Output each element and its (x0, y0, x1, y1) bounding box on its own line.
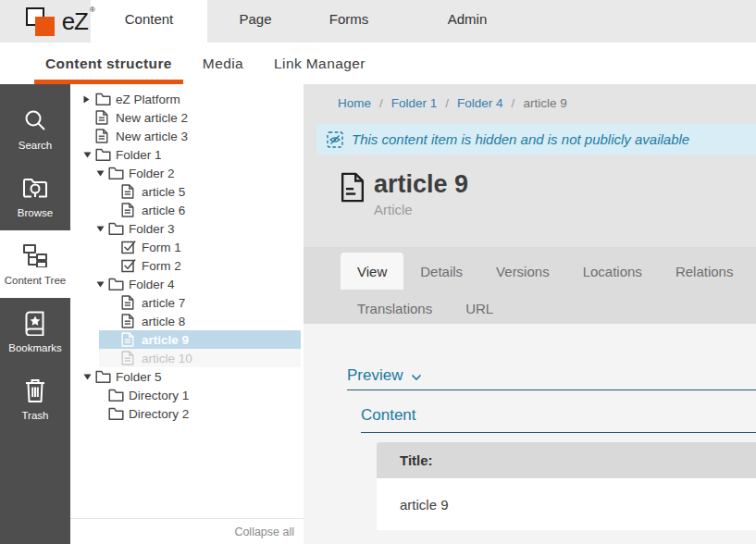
ez-logo[interactable]: eZ® (0, 0, 91, 43)
content-tab-translations[interactable]: Translations (341, 290, 449, 327)
tree-item-folder-1[interactable]: Folder 1 (70, 145, 304, 164)
tree-item-label: Directory 2 (129, 407, 189, 421)
breadcrumb-home[interactable]: Home (338, 96, 371, 110)
subnav-tab-media[interactable]: Media (203, 43, 243, 84)
caret-down-icon[interactable] (96, 226, 108, 232)
tree-item-label: Form 2 (142, 259, 181, 273)
content-tab-view[interactable]: View (341, 253, 403, 290)
tree-item-article-9[interactable]: article 9 (70, 330, 304, 349)
left-sidebar: SearchBrowseContent TreeBookmarksTrash (0, 84, 70, 544)
field-card: Title: article 9 (377, 442, 756, 530)
folder-icon (108, 222, 124, 236)
tree-item-label: article 7 (142, 296, 185, 310)
preview-label: Preview (347, 366, 403, 385)
breadcrumb-folder-1[interactable]: Folder 1 (391, 96, 438, 110)
content-tab-versions[interactable]: Versions (479, 253, 566, 290)
article-icon (121, 351, 137, 365)
top-tab-admin[interactable]: Admin (407, 0, 527, 43)
tree-item-inner: article 8 (99, 312, 301, 330)
browse-icon (22, 175, 48, 201)
content-tab-locations[interactable]: Locations (566, 253, 659, 290)
article-icon (121, 203, 137, 217)
tree-item-article-8[interactable]: article 8 (70, 312, 304, 330)
sidebar-item-trash[interactable]: Trash (0, 365, 70, 433)
top-nav-tabs: ContentPageFormsAdmin (91, 0, 527, 43)
article-icon (95, 129, 111, 143)
sidebar-item-search[interactable]: Search (0, 95, 70, 163)
content-tab-relations[interactable]: Relations (659, 253, 750, 290)
tree-item-inner: New article 3 (73, 127, 301, 145)
tree-item-label: article 5 (142, 185, 185, 199)
tree-item-inner: eZ Platform (73, 90, 301, 108)
tree-item-inner: Directory 1 (86, 386, 301, 404)
collapse-all-link[interactable]: Collapse all (70, 518, 304, 544)
content-title-block: article 9 Article (341, 170, 468, 217)
article-icon (121, 295, 137, 310)
preview-section-header[interactable]: Preview (347, 365, 422, 386)
tree-item-label: article 10 (142, 352, 192, 365)
content-label: Content (361, 406, 416, 425)
tree-item-new-article-2[interactable]: New article 2 (70, 108, 304, 127)
caret-down-icon[interactable] (96, 170, 108, 177)
tree-item-article-6[interactable]: article 6 (70, 201, 304, 219)
sidebar-item-label: Browse (18, 207, 53, 218)
tree-item-label: article 6 (142, 204, 185, 217)
article-icon (121, 314, 137, 328)
top-tab-forms[interactable]: Forms (304, 0, 394, 43)
ez-logo-icon (26, 7, 56, 38)
subnav-tab-content-structure[interactable]: Content structure (34, 43, 183, 84)
main-content: Home/Folder 1/Folder 4/article 9 This co… (304, 84, 756, 544)
tree-item-label: Folder 4 (129, 278, 175, 291)
sidebar-item-content-tree[interactable]: Content Tree (0, 230, 70, 298)
breadcrumb: Home/Folder 1/Folder 4/article 9 (338, 96, 567, 110)
sidebar-item-label: Bookmarks (8, 342, 62, 353)
breadcrumb-folder-4[interactable]: Folder 4 (457, 96, 503, 110)
trash-icon (24, 377, 46, 403)
caret-down-icon[interactable] (83, 152, 95, 158)
tree-item-inner: article 7 (99, 293, 301, 312)
tree-item-directory-1[interactable]: Directory 1 (70, 386, 304, 404)
content-divider (361, 432, 756, 433)
top-tab-content[interactable]: Content (91, 0, 207, 43)
tree-item-inner: Directory 2 (86, 404, 301, 423)
tree-item-form-2[interactable]: Form 2 (70, 256, 304, 275)
tree-item-inner: Form 2 (99, 256, 301, 275)
tree-item-article-5[interactable]: article 5 (70, 182, 304, 201)
tree-item-folder-5[interactable]: Folder 5 (70, 367, 304, 386)
tree-item-inner: Folder 1 (73, 145, 301, 164)
article-icon (121, 184, 137, 199)
folder-icon (108, 167, 124, 180)
tree-item-ez-platform[interactable]: eZ Platform (70, 90, 304, 108)
tree-item-new-article-3[interactable]: New article 3 (70, 127, 304, 145)
tree-item-directory-2[interactable]: Directory 2 (70, 404, 304, 423)
caret-down-icon[interactable] (83, 374, 95, 380)
tree-item-inner: Folder 3 (86, 219, 301, 238)
subnav-tab-link-manager[interactable]: Link Manager (274, 43, 366, 84)
tree-item-article-7[interactable]: article 7 (70, 293, 304, 312)
tree-item-label: Folder 5 (116, 370, 162, 384)
tree-item-folder-2[interactable]: Folder 2 (70, 164, 304, 182)
tree-item-label: Directory 1 (129, 389, 189, 402)
tree-item-inner: New article 2 (73, 108, 301, 127)
folder-icon (95, 93, 111, 106)
top-tab-page[interactable]: Page (207, 0, 304, 43)
tree-item-folder-3[interactable]: Folder 3 (70, 219, 304, 238)
tree-item-form-1[interactable]: Form 1 (70, 238, 304, 256)
breadcrumb-separator: / (379, 96, 383, 110)
content-tree-icon (22, 242, 48, 268)
tree-item-folder-4[interactable]: Folder 4 (70, 275, 304, 293)
content-tab-details[interactable]: Details (403, 253, 479, 290)
sidebar-item-browse[interactable]: Browse (0, 163, 70, 230)
article-icon (121, 332, 137, 347)
caret-down-icon[interactable] (96, 281, 108, 288)
tree-item-label: Form 1 (142, 241, 181, 254)
caret-right-icon[interactable] (83, 95, 95, 104)
folder-icon (108, 389, 124, 402)
tree-item-inner: article 6 (99, 201, 301, 219)
tree-item-inner: article 10 (99, 349, 301, 367)
sidebar-item-bookmarks[interactable]: Bookmarks (0, 298, 70, 365)
breadcrumb-separator: / (512, 96, 515, 110)
content-tab-url[interactable]: URL (449, 290, 510, 327)
tree-item-article-10[interactable]: article 10 (70, 349, 304, 367)
tree-item-label: eZ Platform (116, 93, 180, 106)
